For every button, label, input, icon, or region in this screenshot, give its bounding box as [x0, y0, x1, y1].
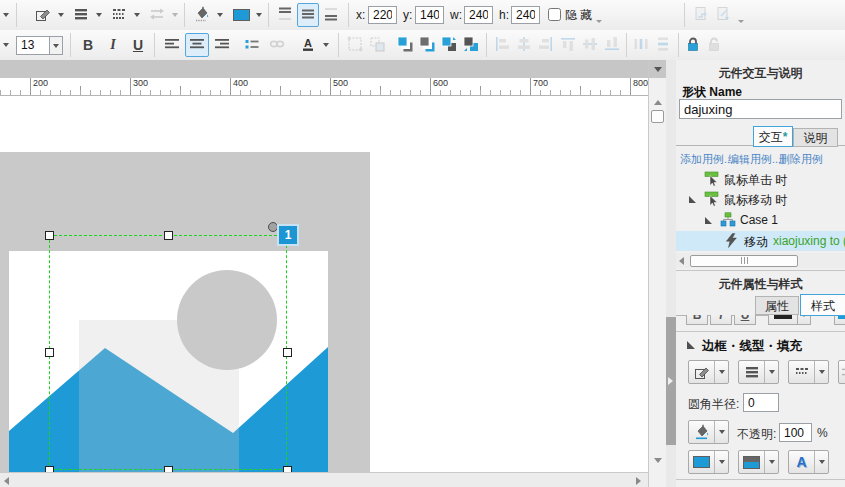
overflow-caret[interactable] [0, 3, 12, 27]
border-color-caret[interactable] [55, 3, 66, 27]
bring-to-front-button[interactable] [394, 33, 415, 57]
arrow-style-button-clipped[interactable] [838, 360, 845, 384]
line-width-button[interactable] [69, 3, 93, 27]
underline-button[interactable]: U [126, 33, 150, 57]
clipped-button[interactable] [834, 315, 845, 325]
distribute-horizontal-button[interactable] [630, 33, 651, 57]
expander-icon[interactable] [689, 196, 696, 203]
resize-handle-top-left[interactable] [45, 231, 54, 240]
align-bottom-edges-button[interactable] [601, 33, 622, 57]
group-overflow-caret[interactable] [596, 20, 602, 23]
resize-handle-top-middle[interactable] [164, 231, 173, 240]
text-color-swatch-button[interactable] [768, 315, 798, 325]
line-width-button[interactable] [738, 360, 779, 384]
align-center-button[interactable] [185, 33, 209, 57]
tab-notes[interactable]: 说明 [793, 128, 838, 147]
valign-top-button[interactable] [274, 3, 296, 27]
tab-interactions[interactable]: 交互* [753, 126, 793, 147]
tab-properties[interactable]: 属性 [755, 296, 799, 315]
rotation-handle[interactable] [268, 222, 278, 232]
fill-color-swatch-button[interactable] [688, 450, 729, 474]
line-style-button[interactable] [788, 360, 829, 384]
scroll-left-button[interactable] [679, 257, 684, 265]
resize-handle-right-middle[interactable] [283, 348, 292, 357]
align-right-edges-button[interactable] [535, 33, 556, 57]
event-row-onmousemove[interactable]: 鼠标移动 时 [676, 190, 845, 209]
link-button[interactable] [265, 33, 289, 57]
panel-splitter[interactable] [666, 60, 676, 487]
arrow-style-caret[interactable] [169, 3, 180, 27]
align-left-edges-button[interactable] [491, 33, 512, 57]
group-overflow-caret[interactable] [738, 20, 744, 23]
bullet-list-button[interactable] [240, 33, 264, 57]
w-input[interactable] [464, 6, 493, 24]
font-color-button[interactable]: A [296, 33, 320, 57]
fill-color-caret[interactable] [714, 451, 728, 473]
x-input[interactable] [368, 6, 397, 24]
lock-button[interactable] [683, 33, 703, 57]
line-width-caret[interactable] [93, 3, 104, 27]
splitter-drag-handle[interactable] [666, 317, 676, 445]
corner-radius-input[interactable] [743, 393, 779, 412]
scroll-up-button[interactable] [654, 100, 662, 105]
shape-name-input[interactable] [679, 99, 842, 119]
canvas-horizontal-scrollbar[interactable] [0, 472, 648, 487]
align-top-edges-button[interactable] [557, 33, 578, 57]
scroll-down-button[interactable] [654, 458, 662, 463]
vertical-scroll-thumb[interactable] [651, 110, 664, 123]
italic-button[interactable]: I [710, 315, 732, 325]
edit-case-link[interactable]: 编辑用例... [728, 152, 781, 167]
opacity-input[interactable] [779, 423, 812, 442]
valign-bottom-button[interactable] [320, 3, 342, 27]
font-family-caret[interactable] [0, 33, 12, 57]
fill-type-caret[interactable] [714, 421, 728, 443]
group-button[interactable] [344, 33, 365, 57]
add-case-link[interactable]: 添加用例... [680, 152, 733, 167]
y-input[interactable] [415, 6, 444, 24]
delete-case-link[interactable]: 删除用例 [779, 152, 823, 167]
border-color-button[interactable] [688, 360, 729, 384]
h-input[interactable] [511, 6, 540, 24]
fill-type-button[interactable] [688, 420, 729, 444]
canvas-vertical-scrollbar[interactable] [648, 60, 666, 487]
tab-style[interactable]: 样式 [800, 294, 845, 316]
hide-checkbox[interactable] [548, 8, 561, 21]
font-size-caret[interactable] [50, 36, 63, 55]
ungroup-button[interactable] [366, 33, 387, 57]
gradient-fill-caret[interactable] [764, 451, 778, 473]
valign-middle-button[interactable] [297, 3, 319, 27]
send-backward-button[interactable] [460, 33, 481, 57]
border-color-button[interactable] [31, 3, 55, 27]
fill-color-caret[interactable] [214, 3, 225, 27]
align-left-button[interactable] [160, 33, 184, 57]
align-middle-v-button[interactable] [579, 33, 600, 57]
expander-icon[interactable] [705, 217, 712, 224]
underline-button[interactable]: U [734, 315, 756, 325]
ruler-options-button[interactable] [649, 60, 666, 78]
text-color-button[interactable]: A [788, 450, 829, 474]
text-color-caret[interactable] [814, 451, 828, 473]
event-row-onclick[interactable]: 鼠标单击 时 [676, 170, 845, 189]
line-width-caret[interactable] [764, 361, 778, 383]
scroll-right-button[interactable] [636, 477, 641, 485]
case-row[interactable]: Case 1 [676, 211, 845, 230]
text-color-caret[interactable] [798, 315, 811, 325]
bold-button[interactable]: B [76, 33, 100, 57]
paste-style-button[interactable] [690, 3, 711, 27]
tree-horizontal-scrollbar[interactable] [676, 253, 845, 268]
border-color-caret[interactable] [714, 361, 728, 383]
align-center-h-button[interactable] [513, 33, 534, 57]
bold-button[interactable]: B [686, 315, 708, 325]
paste-interaction-button[interactable] [712, 3, 733, 27]
align-right-button[interactable] [210, 33, 234, 57]
section-collapse-icon[interactable] [687, 341, 695, 349]
resize-handle-left-middle[interactable] [45, 348, 54, 357]
bring-forward-button[interactable] [438, 33, 459, 57]
send-to-back-button[interactable] [416, 33, 437, 57]
font-size-combo[interactable]: 13 [16, 36, 50, 55]
italic-button[interactable]: I [101, 33, 125, 57]
scroll-left-button[interactable] [4, 477, 9, 485]
line-style-button[interactable] [107, 3, 131, 27]
line-style-caret[interactable] [814, 361, 828, 383]
unlock-button[interactable] [704, 33, 724, 57]
